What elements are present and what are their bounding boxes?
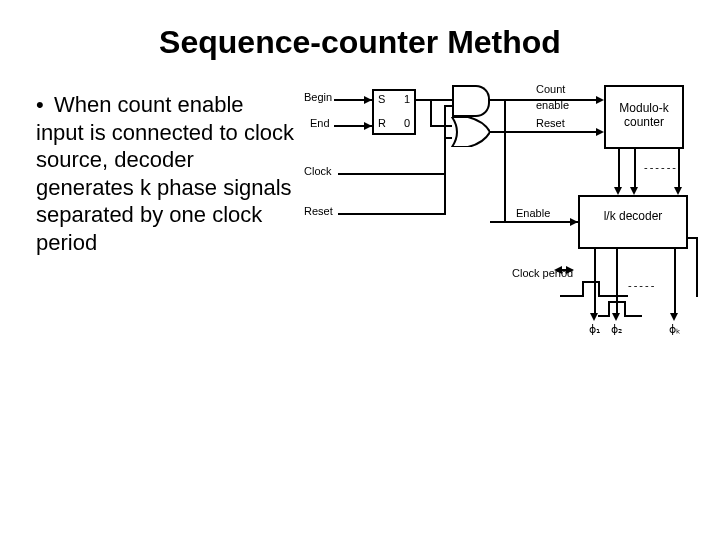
end-label: End bbox=[310, 117, 330, 129]
arrowhead-icon bbox=[364, 96, 372, 104]
arrowhead-icon bbox=[674, 187, 682, 195]
sr-r-label: R bbox=[378, 117, 386, 129]
sr-1-label: 1 bbox=[404, 93, 410, 105]
arrowhead-icon bbox=[364, 122, 372, 130]
phi1-label: ϕ₁ bbox=[589, 323, 600, 336]
bullet-item: •When count enable input is connected to… bbox=[36, 69, 296, 409]
clock-label: Clock bbox=[304, 165, 332, 177]
wire bbox=[430, 99, 432, 125]
arrowhead-icon bbox=[554, 266, 562, 274]
wire bbox=[616, 249, 618, 315]
dashes: ----- bbox=[628, 279, 656, 291]
arrowhead-icon bbox=[614, 187, 622, 195]
arrowhead-icon bbox=[590, 313, 598, 321]
arrowhead-icon bbox=[566, 266, 574, 274]
bullet-text: When count enable input is connected to … bbox=[36, 92, 294, 255]
decoder-block: l/k decoder bbox=[578, 195, 688, 249]
wire bbox=[416, 99, 452, 101]
wire bbox=[490, 131, 598, 133]
wire bbox=[696, 237, 698, 297]
arrowhead-icon bbox=[612, 313, 620, 321]
phik-label: ϕₖ bbox=[669, 323, 681, 336]
wire bbox=[688, 237, 698, 239]
wire bbox=[338, 173, 444, 175]
modulo-k-counter-block: Modulo-k counter bbox=[604, 85, 684, 149]
phi2-label: ϕ₂ bbox=[611, 323, 622, 336]
bullet-dot: • bbox=[36, 91, 54, 119]
enable2-label: Enable bbox=[516, 207, 550, 219]
wire bbox=[444, 105, 452, 107]
wire bbox=[444, 137, 452, 139]
wire bbox=[618, 149, 620, 189]
arrowhead-icon bbox=[630, 187, 638, 195]
wire bbox=[504, 99, 506, 223]
reset-signal-label: Reset bbox=[536, 117, 565, 129]
sr-s-label: S bbox=[378, 93, 385, 105]
wire bbox=[674, 249, 676, 315]
wire bbox=[678, 149, 680, 189]
wire bbox=[430, 125, 452, 127]
wire bbox=[338, 213, 444, 215]
arrowhead-icon bbox=[596, 128, 604, 136]
wire bbox=[444, 137, 446, 215]
begin-label: Begin bbox=[304, 91, 332, 103]
sr-0-label: 0 bbox=[404, 117, 410, 129]
sr-latch-block: S R 1 0 bbox=[372, 89, 416, 135]
arrowhead-icon bbox=[570, 218, 578, 226]
reset-input-label: Reset bbox=[304, 205, 333, 217]
dashes: ------ bbox=[644, 161, 678, 173]
wire bbox=[634, 149, 636, 189]
circuit-diagram: S R 1 0 Begin End Clock Reset bbox=[304, 69, 684, 409]
enable-label: enable bbox=[536, 99, 569, 111]
arrowhead-icon bbox=[670, 313, 678, 321]
or-gate-icon bbox=[450, 117, 490, 147]
slide-title: Sequence-counter Method bbox=[0, 0, 720, 69]
arrowhead-icon bbox=[596, 96, 604, 104]
clock-period-label: Clock period bbox=[512, 267, 552, 279]
count-label: Count bbox=[536, 83, 565, 95]
